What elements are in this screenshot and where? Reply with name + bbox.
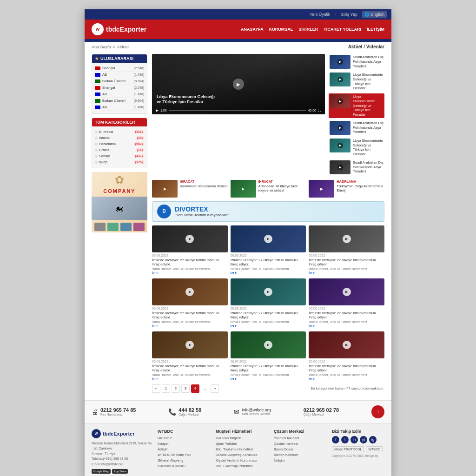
news-text-3: HAZIRLAMA Türkiye'nin Doğu Akdeniz'deki …: [337, 180, 384, 192]
footer-link-2-4[interactable]: Kişisel Verilerin Korunması: [216, 458, 268, 463]
nav-iletisim[interactable]: İLETİŞİM: [367, 27, 384, 32]
logo-text: tbdcExporter: [106, 26, 146, 33]
sidebar-ad-box[interactable]: ✿ COMPANY 🏍: [92, 172, 147, 232]
video-card-2-3[interactable]: ▶ 06.06.2022 İzmir'de üretiliyor: 27 ülk…: [309, 278, 384, 328]
facebook-icon[interactable]: f: [332, 436, 339, 443]
page-prev[interactable]: <: [152, 384, 160, 393]
news-item-1[interactable]: ▶ İHRACAT Kamyonları faturalarına ihraca…: [152, 180, 228, 198]
news-item-2[interactable]: ▶ İHRACAT Adanadan 10 ülkeye taze meyve …: [231, 180, 306, 198]
nav-kurumsal[interactable]: KURUMSAL: [269, 27, 293, 32]
news-item-3[interactable]: ▶ HAZIRLAMA Türkiye'nin Doğu Akdeniz'dek…: [309, 180, 384, 198]
page-dots: ...: [201, 384, 209, 393]
login-link[interactable]: Giriş Yap: [341, 12, 357, 17]
side-video-item-5[interactable]: ▶ Libya Ekonomisinin Geleceği ve Türkiye…: [329, 138, 384, 158]
categories-title: TÜM KATEGORİLER: [92, 118, 147, 126]
watch-button-2-2[interactable]: İZLE: [231, 324, 306, 328]
footer-logo[interactable]: W tbdcExporter: [92, 429, 152, 438]
app-store-button[interactable]: App Store: [112, 469, 128, 474]
language-selector[interactable]: 🌐 English: [362, 11, 387, 18]
watch-button-1-3[interactable]: İZLE: [309, 271, 384, 275]
footer-link-3-3[interactable]: Bizden haberler: [274, 453, 326, 457]
list-item[interactable]: AB (1.496): [95, 72, 144, 78]
page-4[interactable]: 4: [191, 384, 199, 393]
ad-flower-icon: ✿: [115, 173, 124, 186]
side-video-item-4[interactable]: ▶ Suudi Arabistan Dış Politikasında Asya…: [329, 120, 384, 136]
twitter-icon[interactable]: t: [341, 436, 349, 443]
category-item[interactable]: İşkep (325): [95, 159, 144, 165]
footer-link-1-0[interactable]: Hiz Kliniz: [158, 436, 210, 440]
news-text-1: İHRACAT Kamyonları faturalarına ihracat: [180, 180, 228, 188]
list-item[interactable]: Shangai (2.548): [95, 85, 144, 91]
instagram-icon[interactable]: ig: [369, 436, 377, 443]
progress-bar[interactable]: [169, 110, 306, 111]
footer-link-1-3[interactable]: WTBDC ile Satış Yap: [158, 453, 210, 457]
list-item[interactable]: Balkan Ülkeleri (9.804): [95, 98, 144, 104]
watch-button-1-1[interactable]: İZLE: [152, 271, 228, 275]
watch-button-3-2[interactable]: İZLE: [231, 377, 306, 381]
video-card-1-2[interactable]: ▶ 06.06.2022 İzmir'de üretiliyor: 27 ülk…: [231, 225, 306, 275]
category-item[interactable]: Sanayi (437): [95, 153, 144, 159]
footer-link-3-4[interactable]: İletişim: [274, 458, 326, 463]
nav-ticaret[interactable]: TİCARET YOLLARI: [324, 27, 361, 32]
list-item[interactable]: Shangai (2.548): [95, 65, 144, 72]
watch-button-2-3[interactable]: İZLE: [309, 324, 384, 328]
video-card-3-2[interactable]: ▶ 06.06.2022 İzmir'de üretiliyor: 27 ülk…: [231, 331, 306, 381]
register-link[interactable]: Yeni Üyelik: [310, 12, 330, 17]
list-item[interactable]: AB (1.496): [95, 91, 144, 98]
page-2[interactable]: 2: [172, 384, 180, 393]
footer-link-3-1[interactable]: Çözüm merkezi: [274, 442, 326, 446]
fullscreen-icon[interactable]: ⛶: [318, 109, 321, 112]
page-3[interactable]: 3: [181, 384, 190, 393]
video-card-1-1[interactable]: ▶ 06.06.2022 İzmir'de üretiliyor: 27 ülk…: [152, 225, 228, 275]
watch-button-3-1[interactable]: İZLE: [152, 377, 228, 381]
footer-link-2-0[interactable]: Kullanıcı Bilgileri: [216, 436, 268, 440]
footer-link-1-5[interactable]: Kullanım Kılavuzu: [158, 464, 210, 468]
play-circle-icon: ▶: [185, 341, 194, 349]
category-item[interactable]: İhracat (45): [95, 135, 144, 141]
video-controls: ▶ 1:00 40:00 ⛶: [152, 108, 325, 112]
video-card-2-2[interactable]: ▶ 06.06.2022 İzmir'de üretiliyor: 27 ülk…: [231, 278, 306, 328]
play-control-icon[interactable]: ▶: [156, 108, 159, 112]
main-video-player[interactable]: Libya Ekonomisinin Geleceği ve Türkiye İ…: [152, 54, 325, 114]
side-video-item-3[interactable]: ▶ Libya Ekonomisinde Geleceği ve Türkiye…: [329, 93, 384, 118]
linkedin-icon[interactable]: in: [350, 436, 358, 443]
breadcrumb-home[interactable]: Ana Sayfa: [92, 45, 111, 49]
category-item[interactable]: Pazarlama (962): [95, 141, 144, 147]
side-video-item-2[interactable]: ▶ Libya Ekonomisinin Geleceği ve Türkiye…: [329, 72, 384, 92]
scroll-to-top-button[interactable]: ↑: [371, 405, 384, 418]
footer-link-1-2[interactable]: İletişim: [158, 447, 210, 451]
footer-link-1-4[interactable]: Güvenli Alışveriş: [158, 458, 210, 463]
video-card-2-1[interactable]: ▶ 06.06.2022 İzmir'de üretiliyor: 27 ülk…: [152, 278, 228, 328]
category-item[interactable]: E-İhracat (321): [95, 129, 144, 135]
watch-button-3-3[interactable]: İZLE: [309, 377, 384, 381]
play-button[interactable]: ▶: [233, 79, 244, 90]
side-video-thumb-1: ▶: [330, 55, 350, 69]
watch-button-1-2[interactable]: İZLE: [231, 271, 306, 275]
footer-link-3-0[interactable]: Yıllımızı takibitet: [274, 436, 326, 440]
cat-dot-icon: [95, 137, 98, 139]
footer-link-2-3[interactable]: Güvenli Alışveriş Korunuza: [216, 453, 268, 457]
watch-button-2-1[interactable]: İZLE: [152, 324, 228, 328]
nav-sihirler[interactable]: SİHİRLER: [298, 27, 318, 32]
youtube-icon[interactable]: yt: [360, 436, 367, 443]
page-next[interactable]: >: [211, 384, 219, 393]
page-1[interactable]: 1: [162, 384, 170, 393]
category-item[interactable]: Gratus (14): [95, 147, 144, 153]
footer-link-2-2[interactable]: Bilgi Topluma Hizmetleri: [216, 447, 268, 451]
video-card-3-3[interactable]: ▶ 06.06.2022 İzmir'de üretiliyor: 27 ülk…: [309, 331, 384, 381]
nav-anasayfa[interactable]: ANASAYFA: [241, 27, 264, 32]
ad-banner[interactable]: D DIVORTEX "Yeni Nesil Bektom Kimyasalla…: [152, 201, 384, 222]
footer-link-3-2[interactable]: Basın Odası: [274, 447, 326, 451]
list-item[interactable]: AB (1.496): [95, 104, 144, 111]
side-video-item-6[interactable]: ▶ Suudi Arabistan Dış Politikasında Asya…: [329, 159, 384, 175]
footer-link-1-1[interactable]: Kariyer: [158, 442, 210, 446]
footer-col-wtbdc: WTBDC Hiz Kliniz Kariyer İletişim WTBDC …: [158, 429, 210, 474]
side-video-item-1[interactable]: ▶ Suudi Arabistan Dış Politikasında Asya…: [329, 54, 384, 70]
footer-link-2-1[interactable]: İşlem Yetkileri: [216, 442, 268, 446]
list-item[interactable]: Balkan Ülkeleri (9.804): [95, 78, 144, 85]
google-play-button[interactable]: Google Play: [92, 469, 111, 474]
footer-link-2-5[interactable]: Bilgi Güvenliği Politikası: [216, 464, 268, 468]
video-card-1-3[interactable]: ▶ 06.06.2022 İzmir'de üretiliyor: 27 ülk…: [309, 225, 384, 275]
video-card-3-1[interactable]: ▶ 06.06.2022 İzmir'de üretiliyor: 27 ülk…: [152, 331, 228, 381]
logo[interactable]: W tbdcExporter: [92, 23, 146, 35]
